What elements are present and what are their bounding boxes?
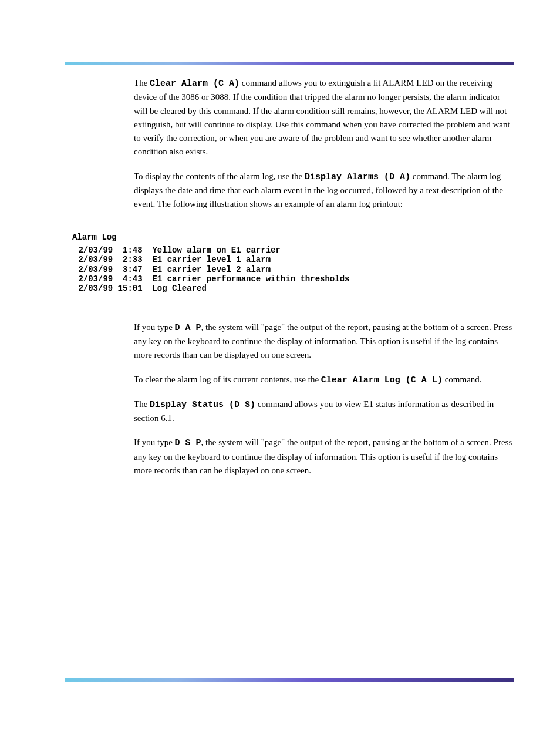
alarm-log-entry: 2/03/99 1:48 Yellow alarm on E1 carrier [72, 245, 427, 255]
alarm-log-entry: 2/03/99 4:43 E1 carrier performance with… [72, 274, 427, 284]
alarm-log-title: Alarm Log [72, 233, 427, 242]
cmd-dap: D A P [175, 323, 201, 333]
cmd-clear-alarm-log: Clear Alarm Log (C A L) [321, 375, 443, 385]
text: To clear the alarm log of its current co… [134, 375, 321, 384]
alarm-log-entries: 2/03/99 1:48 Yellow alarm on E1 carrier … [72, 245, 427, 292]
para-dap: If you type D A P, the system will "page… [65, 321, 514, 362]
alarm-log-box: Alarm Log 2/03/99 1:48 Yellow alarm on E… [65, 224, 434, 304]
alarm-log-entry: 2/03/99 3:47 E1 carrier level 2 alarm [72, 265, 427, 274]
para-dsp: If you type D S P, the system will "page… [65, 436, 514, 477]
text: command allows you to extinguish a lit A… [134, 78, 510, 156]
text: The [134, 78, 150, 88]
text: If you type [134, 322, 175, 332]
text: The [134, 399, 150, 409]
text: If you type [134, 438, 175, 447]
para-clear-alarm: The Clear Alarm (C A) command allows you… [65, 76, 514, 159]
para-display-status: The Display Status (D S) command allows … [65, 398, 514, 426]
footer-divider [65, 678, 514, 682]
header-divider [65, 62, 514, 65]
cmd-display-status: Display Status (D S) [150, 400, 255, 410]
cmd-display-alarms: Display Alarms (D A) [305, 172, 410, 182]
text: To display the contents of the alarm log… [134, 171, 305, 181]
cmd-clear-alarm: Clear Alarm (C A) [150, 79, 239, 89]
cmd-dsp: D S P [175, 438, 201, 448]
page-content: The Clear Alarm (C A) command allows you… [65, 76, 514, 488]
text: command. [443, 375, 482, 384]
alarm-log-entry: 2/03/99 2:33 E1 carrier level 1 alarm [72, 255, 427, 264]
para-display-alarms: To display the contents of the alarm log… [65, 170, 514, 211]
para-clear-alarm-log: To clear the alarm log of its current co… [65, 373, 514, 387]
alarm-log-entry: 2/03/99 15:01 Log Cleared [72, 284, 427, 293]
